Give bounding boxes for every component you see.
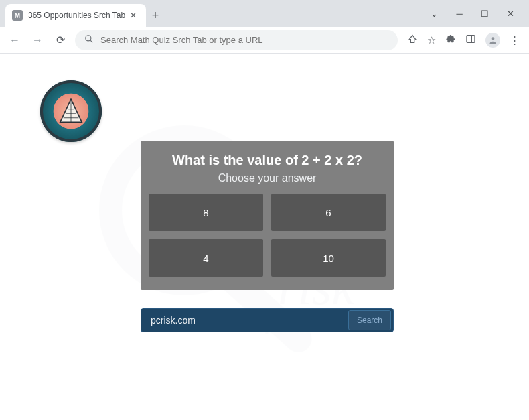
browser-titlebar: M 365 Opportunities Srch Tab ✕ + ⌄ ─ ☐ ✕ — [0, 0, 529, 27]
quiz-question: What is the value of 2 + 2 x 2? — [149, 153, 386, 168]
window-controls: ⌄ ─ ☐ ✕ — [415, 0, 529, 27]
toolbar-actions: ☆ ⋮ — [404, 33, 522, 48]
svg-line-1 — [90, 40, 92, 42]
bookmark-star-icon[interactable]: ☆ — [427, 34, 436, 46]
forward-icon[interactable]: → — [29, 34, 46, 46]
site-logo — [40, 80, 102, 142]
back-icon[interactable]: ← — [7, 34, 23, 46]
quiz-card: What is the value of 2 + 2 x 2? Choose y… — [141, 141, 394, 290]
close-window-icon[interactable]: ✕ — [501, 9, 520, 19]
new-tab-button[interactable]: + — [146, 4, 165, 27]
extensions-puzzle-icon[interactable] — [445, 33, 456, 46]
page-search-input[interactable] — [151, 315, 348, 326]
svg-rect-2 — [467, 36, 475, 43]
page-content: risk .com What is the value of 2 + 2 x 2… — [0, 54, 529, 420]
menu-kebab-icon[interactable]: ⋮ — [510, 34, 520, 46]
page-search-bar: Search — [141, 308, 394, 332]
page-search-button[interactable]: Search — [348, 310, 391, 330]
share-icon[interactable] — [407, 33, 418, 46]
svg-point-4 — [492, 37, 495, 40]
tab-title: 365 Opportunities Srch Tab — [28, 11, 127, 20]
quiz-answer-2[interactable]: 6 — [271, 194, 386, 231]
side-panel-icon[interactable] — [465, 33, 476, 46]
browser-tab[interactable]: M 365 Opportunities Srch Tab ✕ — [5, 4, 146, 27]
search-icon — [84, 34, 94, 46]
tab-favicon: M — [12, 10, 23, 21]
reload-icon[interactable]: ⟳ — [52, 33, 68, 46]
minimize-window-icon[interactable]: ─ — [450, 9, 469, 19]
address-input[interactable] — [100, 35, 388, 45]
close-tab-icon[interactable]: ✕ — [127, 8, 139, 23]
profile-avatar-icon[interactable] — [485, 33, 500, 48]
quiz-answer-4[interactable]: 10 — [271, 239, 386, 277]
address-bar[interactable] — [75, 30, 398, 50]
svg-point-0 — [86, 36, 91, 41]
quiz-answers-grid: 8 6 4 10 — [149, 194, 386, 277]
quiz-answer-1[interactable]: 8 — [149, 194, 263, 231]
tabs-dropdown-icon[interactable]: ⌄ — [425, 9, 443, 19]
browser-toolbar: ← → ⟳ ☆ ⋮ — [0, 27, 529, 54]
maximize-window-icon[interactable]: ☐ — [475, 9, 494, 19]
quiz-subtitle: Choose your answer — [149, 172, 386, 184]
quiz-answer-3[interactable]: 4 — [149, 239, 263, 277]
